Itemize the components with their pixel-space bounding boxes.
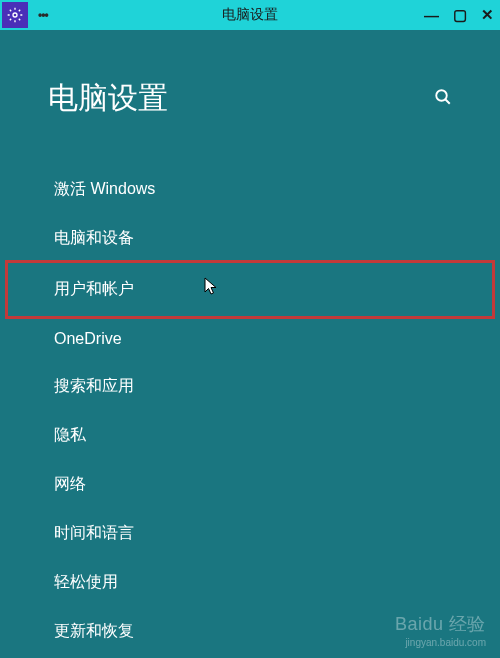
settings-menu: 激活 Windows 电脑和设备 用户和帐户 OneDrive 搜索和应用 隐私… <box>0 165 500 656</box>
menu-item-pc-devices[interactable]: 电脑和设备 <box>0 214 500 263</box>
window-title: 电脑设置 <box>222 6 278 24</box>
menu-item-time-language[interactable]: 时间和语言 <box>0 509 500 558</box>
menu-button[interactable]: ••• <box>38 8 48 22</box>
close-button[interactable]: ✕ <box>481 6 494 24</box>
svg-line-2 <box>445 99 450 104</box>
minimize-button[interactable]: — <box>424 7 439 24</box>
svg-point-1 <box>436 90 447 101</box>
content-area: 电脑设置 激活 Windows 电脑和设备 用户和帐户 OneDrive 搜索和… <box>0 30 500 656</box>
menu-item-activate-windows[interactable]: 激活 Windows <box>0 165 500 214</box>
menu-item-ease-of-access[interactable]: 轻松使用 <box>0 558 500 607</box>
menu-item-network[interactable]: 网络 <box>0 460 500 509</box>
window-controls: — ▢ ✕ <box>424 6 494 24</box>
maximize-button[interactable]: ▢ <box>453 6 467 24</box>
menu-item-search-apps[interactable]: 搜索和应用 <box>0 362 500 411</box>
svg-point-0 <box>13 13 17 17</box>
app-settings-icon <box>2 2 28 28</box>
header-row: 电脑设置 <box>0 60 500 119</box>
watermark-url: jingyan.baidu.com <box>395 637 486 648</box>
menu-item-privacy[interactable]: 隐私 <box>0 411 500 460</box>
titlebar: ••• 电脑设置 — ▢ ✕ <box>0 0 500 30</box>
page-title: 电脑设置 <box>48 78 168 119</box>
search-icon[interactable] <box>434 88 452 110</box>
menu-item-users-accounts[interactable]: 用户和帐户 <box>5 260 495 319</box>
menu-item-onedrive[interactable]: OneDrive <box>0 316 500 362</box>
watermark-logo: Baidu 经验 <box>395 612 486 636</box>
menu-item-label: 用户和帐户 <box>54 280 134 297</box>
watermark: Baidu 经验 jingyan.baidu.com <box>395 612 486 648</box>
cursor-icon <box>204 277 220 301</box>
